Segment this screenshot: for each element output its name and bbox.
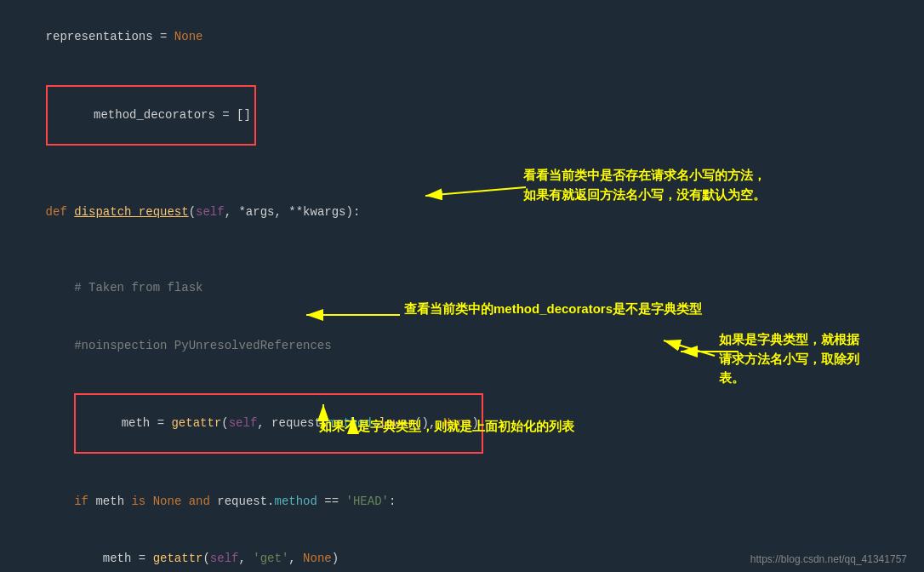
code-line-5 xyxy=(17,241,924,260)
annotation-4: 如果不是字典类型，则就是上面初始化的列表 xyxy=(319,417,574,437)
annotation-1: 看看当前类中是否存在请求名小写的方法，如果有就返回方法名小写，没有默认为空。 xyxy=(523,166,766,204)
annotation-2: 查看当前类中的method_decorators是不是字典类型 xyxy=(404,300,702,319)
code-line-4: def dispatch_request(self, *args, **kwar… xyxy=(17,184,924,241)
watermark: https://blog.csdn.net/qq_41341757 xyxy=(750,553,907,565)
code-line-10: meth = getattr(self, 'get', None) xyxy=(17,530,924,572)
code-line-9: if meth is None and request.method == 'H… xyxy=(17,472,924,529)
code-line-3 xyxy=(17,164,924,183)
annotation-3: 如果是字典类型，就根据请求方法名小写，取除列表。 xyxy=(719,330,859,388)
code-editor: representations = None method_decorators… xyxy=(0,0,924,572)
code-line-2: method_decorators = [] xyxy=(17,66,924,164)
code-line-1: representations = None xyxy=(17,9,924,66)
